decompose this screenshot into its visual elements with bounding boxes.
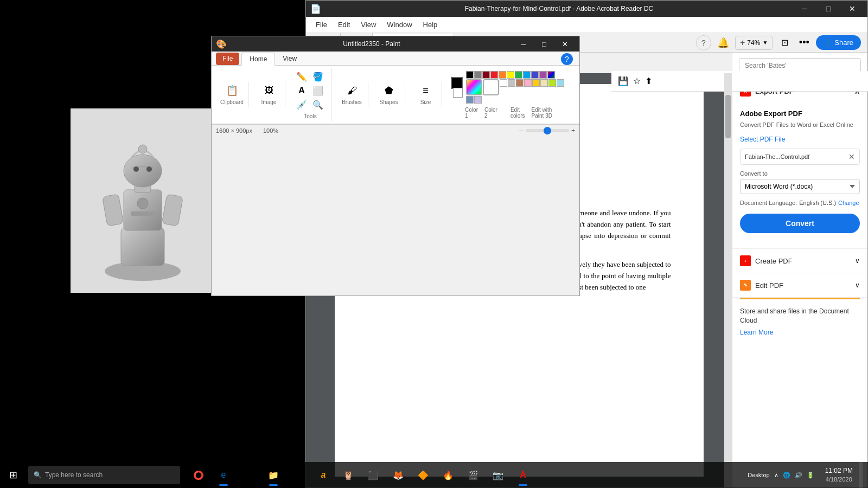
paint-ribbon-1: File Home View ? xyxy=(212,52,579,66)
darkred-color[interactable] xyxy=(482,71,490,79)
cyan-color[interactable] xyxy=(523,71,531,79)
menu-file[interactable]: File xyxy=(310,18,333,31)
zoom-thumb[interactable] xyxy=(544,127,551,134)
taskbar-app-store[interactable]: 🛍 xyxy=(237,463,260,487)
file-chip-name: Fabian-The...Control.pdf xyxy=(745,153,846,160)
red-color[interactable] xyxy=(490,71,498,79)
white-large-swatch[interactable] xyxy=(483,79,499,95)
create-pdf-item[interactable]: + Create PDF ∨ xyxy=(732,249,867,273)
select-pdf-link[interactable]: Select PDF File xyxy=(740,136,785,143)
purple-color[interactable] xyxy=(539,71,547,79)
orange-color[interactable] xyxy=(499,71,506,79)
paint-maximize-btn-1[interactable]: □ xyxy=(534,36,554,52)
menu-view[interactable]: View xyxy=(355,18,381,31)
image-btn[interactable]: 🖼 xyxy=(261,84,277,97)
zoom-add-btn[interactable]: + xyxy=(740,38,745,48)
blue-color[interactable] xyxy=(531,71,539,79)
pencil-btn[interactable]: ✏️ xyxy=(294,70,309,83)
white-color[interactable] xyxy=(500,79,507,87)
paint-minimize-btn-1[interactable]: ─ xyxy=(513,36,534,52)
paint-tab-view-1[interactable]: View xyxy=(275,53,304,65)
color1-swatch[interactable] xyxy=(451,77,463,89)
taskbar-app-explorer[interactable]: 📁 xyxy=(261,463,285,487)
lightblue-color[interactable] xyxy=(557,79,564,87)
share-btn[interactable]: 👤 Share xyxy=(816,35,861,50)
zoom-in-btn[interactable]: + xyxy=(571,127,575,134)
edit-pdf-item[interactable]: ✎ Edit PDF ∨ xyxy=(732,273,867,298)
brushes-btn[interactable]: 🖌 xyxy=(344,84,360,97)
taskbar-app-firefox[interactable]: 🦊 xyxy=(386,463,410,487)
menu-edit[interactable]: Edit xyxy=(333,18,355,31)
zoom-level: 74% xyxy=(747,39,760,47)
green-color[interactable] xyxy=(515,71,522,79)
upload-doc-btn[interactable]: ⬆ xyxy=(645,76,652,86)
rainbow-swatch[interactable] xyxy=(466,79,482,95)
menu-help[interactable]: Help xyxy=(418,18,443,31)
fill-btn[interactable]: 🪣 xyxy=(310,70,326,83)
shapes-btn[interactable]: ⬟ xyxy=(381,84,397,97)
eraser-btn[interactable]: ⬜ xyxy=(310,84,326,97)
paint-title-1: Untitled2350 - Paint xyxy=(230,40,513,48)
zoom-slider[interactable] xyxy=(526,129,569,132)
clipboard-group: 📋 Clipboard xyxy=(216,82,248,107)
menu-window[interactable]: Window xyxy=(381,18,417,31)
help-btn[interactable]: ? xyxy=(696,35,711,50)
text-btn[interactable]: A xyxy=(294,84,309,97)
acrobat-minimize-btn[interactable]: ─ xyxy=(794,1,815,17)
cloud-learn-more[interactable]: Learn More xyxy=(740,329,773,336)
taskbar-app-acrobat[interactable]: A xyxy=(511,463,535,487)
picker-btn[interactable]: 💉 xyxy=(294,98,309,111)
save-doc-btn[interactable]: 💾 xyxy=(618,76,629,86)
size-btn[interactable]: ≡ xyxy=(418,84,433,97)
lime-color[interactable] xyxy=(548,79,556,87)
more-options-btn[interactable]: ••• xyxy=(796,35,812,50)
figure-display xyxy=(71,108,214,293)
taskbar-app-misc2[interactable]: 🔥 xyxy=(436,463,460,487)
multi-color[interactable] xyxy=(547,71,555,79)
zoom-out-btn[interactable]: ─ xyxy=(519,127,524,134)
systray-expand[interactable]: ∧ xyxy=(774,472,778,479)
lang-change-link[interactable]: Change xyxy=(838,200,859,206)
taskbar-app-misc1[interactable]: ⬛ xyxy=(361,463,385,487)
bookmark-btn[interactable]: ☆ xyxy=(633,76,641,86)
silver-color[interactable] xyxy=(508,79,515,87)
taskbar-app-misc3[interactable]: 🎬 xyxy=(461,463,485,487)
clipboard-btn[interactable]: 📋 xyxy=(225,84,240,97)
taskbar-app-ie[interactable]: e xyxy=(212,463,235,487)
notification-btn[interactable]: 🔔 xyxy=(716,35,731,50)
start-button[interactable]: ⊞ xyxy=(0,462,26,488)
pink-color[interactable] xyxy=(524,79,532,87)
zoom-control[interactable]: + 74% ▼ xyxy=(735,36,773,50)
acrobat-close-btn[interactable]: ✕ xyxy=(841,1,863,17)
gold-color[interactable] xyxy=(532,79,540,87)
show-desktop-btn[interactable] xyxy=(859,462,863,488)
steel-color[interactable] xyxy=(466,96,474,104)
taskbar-search[interactable]: 🔍 Type here to search xyxy=(28,466,180,484)
taskbar-app-vlc[interactable]: 🔶 xyxy=(411,463,435,487)
taskbar-app-misc4[interactable]: 📷 xyxy=(486,463,510,487)
lavender-color[interactable] xyxy=(474,96,482,104)
paint-help-btn-1[interactable]: ? xyxy=(561,53,573,65)
taskbar-app-mail[interactable]: ✉ xyxy=(286,463,310,487)
cream-color[interactable] xyxy=(540,79,548,87)
taskbar-clock[interactable]: 11:02 PM 4/18/2020 xyxy=(821,466,857,484)
taskbar-app-cortana[interactable]: ⭕ xyxy=(187,463,210,487)
yellow-color[interactable] xyxy=(507,71,514,79)
volume-icon[interactable]: 🔊 xyxy=(795,472,802,479)
paint-close-btn-1[interactable]: ✕ xyxy=(554,36,575,52)
pdf-scrollbar[interactable] xyxy=(724,73,732,487)
convert-to-select[interactable]: Microsoft Word (*.docx) Microsoft Excel … xyxy=(740,179,860,194)
fit-page-btn[interactable]: ⊡ xyxy=(777,35,792,50)
paint-tab-home-1[interactable]: Home xyxy=(241,53,275,66)
color2-swatch[interactable] xyxy=(453,88,463,98)
black-color[interactable] xyxy=(466,71,474,79)
zoom-paint-btn[interactable]: 🔍 xyxy=(310,98,326,111)
paint-tab-file-1[interactable]: File xyxy=(216,53,239,65)
convert-button[interactable]: Convert xyxy=(740,214,860,233)
taskbar-app-tripadvisor[interactable]: 🦉 xyxy=(336,463,360,487)
file-chip-remove[interactable]: ✕ xyxy=(848,152,855,161)
gray-color[interactable] xyxy=(474,71,482,79)
acrobat-maximize-btn[interactable]: □ xyxy=(818,1,839,17)
taskbar-app-amazon[interactable]: a xyxy=(311,463,335,487)
brown-color[interactable] xyxy=(516,79,524,87)
